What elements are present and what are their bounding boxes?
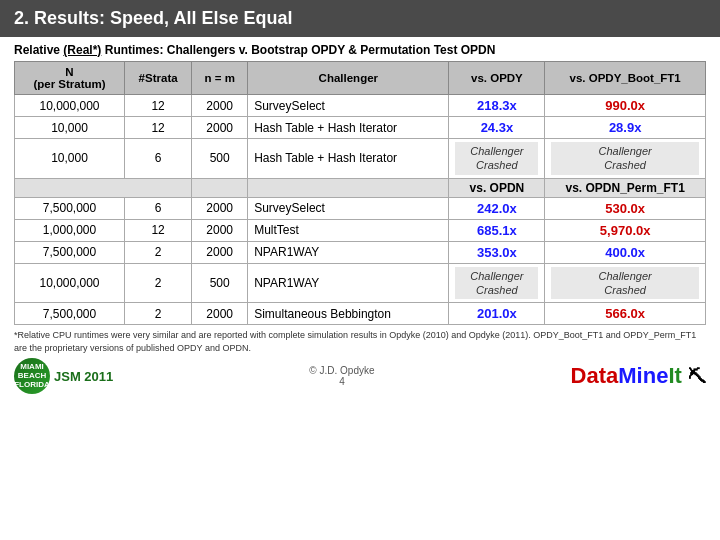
cell-col1: 201.0x xyxy=(449,303,545,325)
cell-n: 7,500,000 xyxy=(15,303,125,325)
cell-challenger: NPAR1WAY xyxy=(248,241,449,263)
cell-nm: 2000 xyxy=(192,303,248,325)
cell-strata: 6 xyxy=(125,197,192,219)
table-row: 10,000,000 12 2000 SurveySelect 218.3x 9… xyxy=(15,95,706,117)
cell-challenger: Simultaneous Bebbington xyxy=(248,303,449,325)
pickaxe-icon: ⛏ xyxy=(688,367,706,387)
col-nm: n = m xyxy=(192,62,248,95)
cell-col1: 353.0x xyxy=(449,241,545,263)
cell-n: 1,000,000 xyxy=(15,219,125,241)
cell-col2: 400.0x xyxy=(545,241,706,263)
cell-challenger: NPAR1WAY xyxy=(248,263,449,303)
table-row: 7,500,000 2 2000 NPAR1WAY 353.0x 400.0x xyxy=(15,241,706,263)
col-strata: #Strata xyxy=(125,62,192,95)
cell-n: 10,000,000 xyxy=(15,95,125,117)
table-row: 1,000,000 12 2000 MultTest 685.1x 5,970.… xyxy=(15,219,706,241)
cell-challenger: SurveySelect xyxy=(248,197,449,219)
cell-opdy: 218.3x xyxy=(449,95,545,117)
table-row: 7,500,000 2 2000 Simultaneous Bebbington… xyxy=(15,303,706,325)
cell-crashed: ChallengerCrashed xyxy=(449,139,545,179)
table-row: 10,000 6 500 Hash Table + Hash Iterator … xyxy=(15,139,706,179)
cell-opdy-boot: 990.0x xyxy=(545,95,706,117)
cell-strata: 2 xyxy=(125,263,192,303)
cell-challenger: Hash Table + Hash Iterator xyxy=(248,139,449,179)
cell-crashed: ChallengerCrashed xyxy=(545,139,706,179)
table-row: 10,000,000 2 500 NPAR1WAY ChallengerCras… xyxy=(15,263,706,303)
cell-opdy: 24.3x xyxy=(449,117,545,139)
cell-challenger: Hash Table + Hash Iterator xyxy=(248,117,449,139)
results-table: N(per Stratum) #Strata n = m Challenger … xyxy=(14,61,706,325)
datamineit-logo: DataMineIt ⛏ xyxy=(571,363,706,389)
cell-nm: 500 xyxy=(192,139,248,179)
cell-col2: 530.0x xyxy=(545,197,706,219)
cell-nm: 2000 xyxy=(192,117,248,139)
col-opdy: vs. OPDY xyxy=(449,62,545,95)
cell-challenger: MultTest xyxy=(248,219,449,241)
cell-nm: 2000 xyxy=(192,95,248,117)
copyright: © J.D. Opdyke xyxy=(309,365,374,376)
separator-row: vs. OPDN vs. OPDN_Perm_FT1 xyxy=(15,178,706,197)
cell-n: 10,000,000 xyxy=(15,263,125,303)
cell-n: 10,000 xyxy=(15,139,125,179)
footer-bottom: MIAMIBEACHFLORIDA JSM 2011 © J.D. Opdyke… xyxy=(0,356,720,398)
col-opdn-perm: vs. OPDN_Perm_FT1 xyxy=(545,178,706,197)
cell-col2: 5,970.0x xyxy=(545,219,706,241)
cell-nm: 2000 xyxy=(192,197,248,219)
cell-crashed: ChallengerCrashed xyxy=(449,263,545,303)
cell-strata: 12 xyxy=(125,219,192,241)
jsm-text: JSM 2011 xyxy=(54,369,113,384)
footer-text: *Relative CPU runtimes were very similar… xyxy=(14,330,696,353)
cell-col1: 242.0x xyxy=(449,197,545,219)
cell-col1: 685.1x xyxy=(449,219,545,241)
cell-strata: 6 xyxy=(125,139,192,179)
subtitle-text: Relative (Real*) Runtimes: Challengers v… xyxy=(14,43,495,57)
cell-n: 7,500,000 xyxy=(15,241,125,263)
cell-col2: 566.0x xyxy=(545,303,706,325)
page-title: 2. Results: Speed, All Else Equal xyxy=(14,8,292,28)
cell-opdy-boot: 28.9x xyxy=(545,117,706,139)
cell-n: 10,000 xyxy=(15,117,125,139)
cell-nm: 2000 xyxy=(192,219,248,241)
jsm-logo: MIAMIBEACHFLORIDA JSM 2011 xyxy=(14,358,113,394)
table-row: 10,000 12 2000 Hash Table + Hash Iterato… xyxy=(15,117,706,139)
col-challenger: Challenger xyxy=(248,62,449,95)
cell-strata: 2 xyxy=(125,303,192,325)
copyright-text: © J.D. Opdyke 4 xyxy=(309,365,374,387)
cell-strata: 2 xyxy=(125,241,192,263)
jsm-logo-circle: MIAMIBEACHFLORIDA xyxy=(14,358,50,394)
cell-nm: 2000 xyxy=(192,241,248,263)
col-opdy-boot: vs. OPDY_Boot_FT1 xyxy=(545,62,706,95)
table-row: 7,500,000 6 2000 SurveySelect 242.0x 530… xyxy=(15,197,706,219)
page-number: 4 xyxy=(309,376,374,387)
cell-challenger: SurveySelect xyxy=(248,95,449,117)
col-opdn: vs. OPDN xyxy=(449,178,545,197)
cell-n: 7,500,000 xyxy=(15,197,125,219)
footer-note: *Relative CPU runtimes were very similar… xyxy=(0,325,720,356)
subtitle: Relative (Real*) Runtimes: Challengers v… xyxy=(0,37,720,61)
cell-strata: 12 xyxy=(125,95,192,117)
header: 2. Results: Speed, All Else Equal xyxy=(0,0,720,37)
cell-crashed: ChallengerCrashed xyxy=(545,263,706,303)
col-n: N(per Stratum) xyxy=(15,62,125,95)
cell-nm: 500 xyxy=(192,263,248,303)
cell-strata: 12 xyxy=(125,117,192,139)
